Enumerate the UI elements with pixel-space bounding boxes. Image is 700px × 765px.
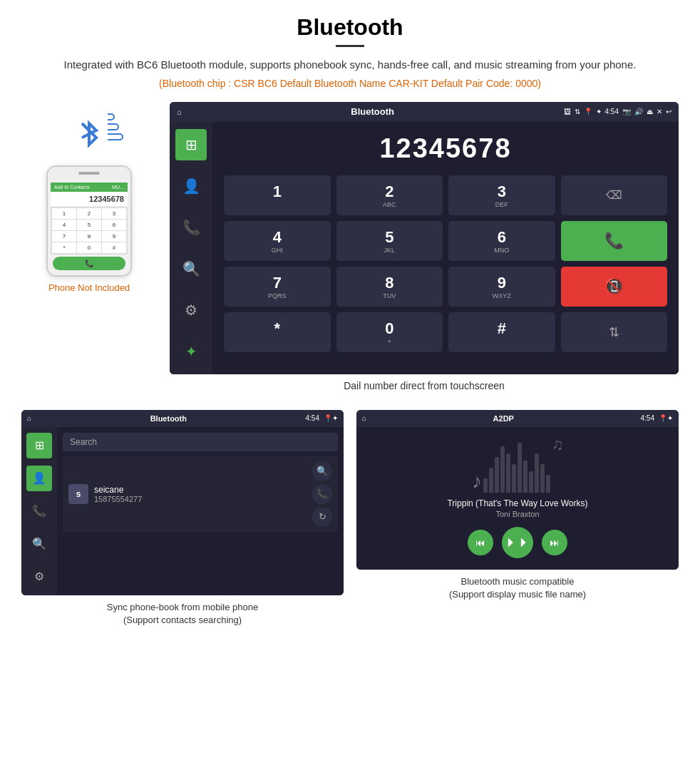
key-0-main: 0 bbox=[341, 319, 439, 338]
key-5[interactable]: 5 JKL bbox=[336, 221, 443, 261]
contact-call-btn[interactable]: 📞 bbox=[312, 484, 332, 504]
dialer-main: 12345678 1 2 ABC 3 DEF bbox=[212, 122, 679, 374]
bar-8 bbox=[523, 461, 527, 493]
music-home-icon: ⌂ bbox=[362, 414, 366, 422]
contact-row: s seicane 15875554277 🔍 📞 ↻ bbox=[63, 456, 338, 533]
phone-key-7[interactable]: 7 bbox=[52, 231, 76, 242]
sidebar-calls-icon[interactable]: 📞 bbox=[175, 212, 207, 243]
key-6[interactable]: 6 MNO bbox=[448, 221, 555, 261]
phone-key-1[interactable]: 1 bbox=[52, 208, 76, 219]
music-next-button[interactable]: ⏭ bbox=[542, 530, 567, 555]
music-play-button[interactable]: ⏵⏵ bbox=[502, 527, 533, 558]
phone-key-6[interactable]: 6 bbox=[102, 220, 126, 230]
pb-time: 4:54 bbox=[306, 414, 319, 422]
key-end-call[interactable]: 📵 bbox=[561, 267, 668, 307]
key-1[interactable]: 1 bbox=[224, 175, 331, 215]
music-note-icon-1: ♪ bbox=[472, 470, 482, 493]
music-bars bbox=[483, 443, 550, 493]
music-caption-line1: Bluetooth music compatible bbox=[461, 576, 575, 587]
sidebar-bluetooth-icon[interactable]: ✦ bbox=[175, 336, 207, 367]
contact-refresh-btn[interactable]: ↻ bbox=[312, 507, 332, 527]
music-icons: 📍✦ bbox=[659, 414, 673, 422]
key-hash[interactable]: # bbox=[448, 312, 555, 352]
key-9-main: 9 bbox=[453, 274, 551, 292]
pb-sidebar-search[interactable]: 🔍 bbox=[26, 531, 52, 557]
music-prev-button[interactable]: ⏮ bbox=[468, 530, 493, 555]
music-status-bar: ⌂ A2DP 4:54 📍✦ bbox=[356, 410, 679, 427]
key-hash-main: # bbox=[453, 319, 551, 338]
contact-info: seicane 15875554277 bbox=[94, 485, 307, 503]
sidebar-dialpad-icon[interactable]: ⊞ bbox=[175, 129, 207, 160]
phone-call-button[interactable]: 📞 bbox=[53, 257, 125, 270]
key-3-sub: DEF bbox=[453, 201, 551, 208]
main-screen-column: ⌂ Bluetooth 🖼 ⇅ 📍 ✦ 4:54 📷 🔊 ⏏ ✕ ↩ bbox=[170, 102, 679, 403]
contact-phone: 15875554277 bbox=[94, 495, 307, 503]
android-status-bar: ⌂ Bluetooth 🖼 ⇅ 📍 ✦ 4:54 📷 🔊 ⏏ ✕ ↩ bbox=[170, 102, 679, 122]
music-caption: Bluetooth music compatible (Support disp… bbox=[356, 575, 679, 601]
key-6-main: 6 bbox=[453, 228, 551, 247]
music-track-title: Trippin (That's The Way Love Works) bbox=[447, 498, 587, 508]
phone-key-hash[interactable]: # bbox=[102, 242, 126, 253]
phone-key-5[interactable]: 5 bbox=[77, 220, 101, 230]
bluetooth-icon bbox=[75, 116, 103, 158]
search-bar[interactable]: Search bbox=[63, 433, 338, 451]
sidebar-settings-icon[interactable]: ⚙ bbox=[175, 294, 207, 326]
phone-number-display: 12345678 bbox=[51, 192, 128, 207]
phone-key-4[interactable]: 4 bbox=[52, 220, 76, 230]
contact-search-btn[interactable]: 🔍 bbox=[312, 461, 332, 481]
key-star-main: * bbox=[228, 319, 326, 338]
music-note-icon-2: ♫ bbox=[552, 436, 564, 454]
key-5-main: 5 bbox=[341, 228, 439, 247]
status-home-icon: ⌂ bbox=[177, 108, 182, 116]
key-swap[interactable]: ⇅ bbox=[561, 312, 668, 352]
key-delete[interactable]: ⌫ bbox=[561, 175, 668, 215]
pb-sidebar-calls[interactable]: 📞 bbox=[26, 498, 52, 524]
music-controls: ⏮ ⏵⏵ ⏭ bbox=[468, 527, 567, 558]
sidebar-contacts-icon[interactable]: 👤 bbox=[175, 170, 207, 202]
volume-icon: 🔊 bbox=[634, 108, 643, 115]
phone-top-bar bbox=[48, 167, 130, 180]
key-5-sub: JKL bbox=[341, 247, 439, 254]
phone-mockup: Add to Contacts MU... 12345678 1 2 3 4 5… bbox=[46, 165, 132, 277]
bluetooth-status-icon: ✦ bbox=[596, 108, 602, 115]
sidebar-search-icon[interactable]: 🔍 bbox=[175, 253, 207, 284]
key-2-main: 2 bbox=[341, 183, 439, 201]
bar-12 bbox=[546, 475, 550, 493]
wave-small bbox=[108, 113, 115, 120]
key-star[interactable]: * bbox=[224, 312, 331, 352]
key-4-sub: GHI bbox=[228, 247, 326, 254]
key-3[interactable]: 3 DEF bbox=[448, 175, 555, 215]
pb-sidebar-settings[interactable]: ⚙ bbox=[26, 564, 52, 590]
pb-icons: 📍✦ bbox=[324, 414, 338, 422]
wave-large bbox=[108, 133, 123, 140]
contact-name: seicane bbox=[94, 485, 307, 495]
contact-actions: 🔍 📞 ↻ bbox=[312, 461, 332, 527]
key-0[interactable]: 0 + bbox=[336, 312, 443, 352]
key-4[interactable]: 4 GHI bbox=[224, 221, 331, 261]
phonebook-screen-wrap: ⌂ Bluetooth 4:54 📍✦ ⊞ 👤 📞 🔍 ⚙ Search bbox=[21, 410, 344, 627]
key-7[interactable]: 7 PQRS bbox=[224, 267, 331, 307]
pb-sidebar-contacts[interactable]: 👤 bbox=[26, 466, 52, 491]
phone-column: Add to Contacts MU... 12345678 1 2 3 4 5… bbox=[21, 102, 157, 293]
phone-key-9[interactable]: 9 bbox=[102, 231, 126, 242]
time-display: 4:54 bbox=[605, 108, 619, 115]
phone-key-8[interactable]: 8 bbox=[77, 231, 101, 242]
phone-key-0[interactable]: 0 bbox=[77, 242, 101, 253]
key-2[interactable]: 2 ABC bbox=[336, 175, 443, 215]
key-8[interactable]: 8 TUV bbox=[336, 267, 443, 307]
contact-initial: s bbox=[76, 489, 81, 499]
phone-key-star[interactable]: * bbox=[52, 242, 76, 253]
phone-key-3[interactable]: 3 bbox=[102, 208, 126, 219]
music-track-artist: Toni Braxton bbox=[495, 510, 539, 518]
music-screen-wrap: ⌂ A2DP 4:54 📍✦ ♪ bbox=[356, 410, 679, 627]
key-9[interactable]: 9 WXYZ bbox=[448, 267, 555, 307]
signal-waves bbox=[108, 113, 123, 140]
music-main: ♪ ♫ bbox=[356, 427, 679, 570]
eject-icon: ⏏ bbox=[647, 108, 653, 115]
wave-medium bbox=[108, 123, 119, 130]
phone-key-2[interactable]: 2 bbox=[77, 208, 101, 219]
pb-sidebar-dialpad[interactable]: ⊞ bbox=[26, 433, 52, 458]
key-4-main: 4 bbox=[228, 228, 326, 247]
bar-3 bbox=[495, 457, 499, 493]
key-call[interactable]: 📞 bbox=[561, 221, 668, 261]
